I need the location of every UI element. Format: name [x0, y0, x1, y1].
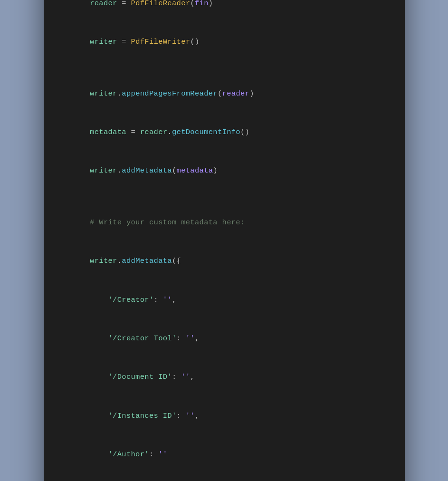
- paren10: ): [213, 166, 218, 175]
- writer-ref2: writer: [90, 166, 117, 175]
- doc-id-val: '': [181, 373, 190, 381]
- addmeta2-open-line: writer.addMetadata({: [63, 242, 386, 280]
- addmetadata-method2: addMetadata: [122, 257, 172, 265]
- creator-tool-line: '/Creator Tool': '',: [63, 319, 386, 358]
- colon1: :: [154, 296, 163, 304]
- creator-line: '/Creator': '',: [63, 280, 386, 319]
- paren5: (): [190, 38, 199, 46]
- instances-id-line: '/Instances ID': '',: [63, 397, 386, 435]
- author-line: '/Author': '': [63, 435, 386, 474]
- reader-var: reader: [90, 0, 122, 8]
- author-key: '/Author': [90, 450, 149, 459]
- colon5: :: [149, 450, 158, 459]
- paren6: (: [218, 89, 222, 98]
- reader-arg: fin: [195, 0, 209, 8]
- dot4: .: [117, 257, 122, 265]
- comma5: ,: [190, 373, 195, 381]
- doc-id-key: '/Document ID': [90, 373, 172, 381]
- comma3: ,: [172, 296, 177, 304]
- instances-id-val: '': [186, 412, 195, 420]
- paren7: ): [249, 89, 254, 98]
- creator-tool-key: '/Creator Tool': [90, 334, 176, 343]
- close-dict-line: }): [63, 474, 386, 481]
- addmetadata-method1: addMetadata: [122, 166, 172, 175]
- empty-line-4: [63, 61, 386, 74]
- comma4: ,: [195, 334, 200, 343]
- append-line: writer.appendPagesFromReader(reader): [63, 74, 386, 113]
- writer-var: writer: [90, 38, 122, 46]
- code-editor: #!/usr/bin/env python3 from PyPDF2 impor…: [44, 0, 405, 481]
- paren3: (: [190, 0, 195, 8]
- comment-line: # Write your custom metadata here:: [63, 203, 386, 242]
- creator-tool-val: '': [186, 334, 195, 343]
- pdffilewriter-call: PdfFileWriter: [131, 38, 191, 46]
- reader-ref2: reader: [140, 128, 168, 136]
- writer-ref1: writer: [90, 89, 117, 98]
- reader-line: reader = PdfFileReader(fin): [63, 0, 386, 23]
- author-val: '': [158, 450, 167, 459]
- metadata-var: metadata: [90, 128, 131, 136]
- dot1: .: [117, 89, 122, 98]
- paren9: (: [172, 166, 177, 175]
- getdocumentinfo-method: getDocumentInfo: [172, 128, 240, 136]
- creator-val: '': [163, 296, 172, 304]
- paren4: ): [209, 0, 213, 8]
- dot2: .: [167, 128, 172, 136]
- addmeta-line: writer.addMetadata(metadata): [63, 152, 386, 190]
- comma6: ,: [195, 412, 200, 420]
- reader-ref1: reader: [222, 89, 250, 98]
- doc-id-line: '/Document ID': '',: [63, 358, 386, 396]
- metadata-assign-line: metadata = reader.getDocumentInfo(): [63, 113, 386, 152]
- code-window: #!/usr/bin/env python3 from PyPDF2 impor…: [44, 0, 405, 481]
- eq4: =: [131, 128, 140, 136]
- metadata-ref: metadata: [177, 166, 213, 175]
- empty-line-5: [63, 191, 386, 203]
- colon4: :: [177, 412, 186, 420]
- colon3: :: [172, 373, 181, 381]
- dot3: .: [117, 166, 122, 175]
- appendpages-method: appendPagesFromReader: [122, 89, 218, 98]
- creator-key: '/Creator': [90, 296, 153, 304]
- colon2: :: [177, 334, 186, 343]
- writer-line: writer = PdfFileWriter(): [63, 23, 386, 61]
- instances-id-key: '/Instances ID': [90, 412, 176, 420]
- paren11: ({: [172, 257, 181, 265]
- pdffilereader-call: PdfFileReader: [131, 0, 191, 8]
- eq2: =: [122, 0, 131, 8]
- eq3: =: [122, 38, 131, 46]
- paren8: (): [240, 128, 249, 136]
- writer-ref3: writer: [90, 257, 117, 265]
- comment-text: # Write your custom metadata here:: [90, 218, 245, 227]
